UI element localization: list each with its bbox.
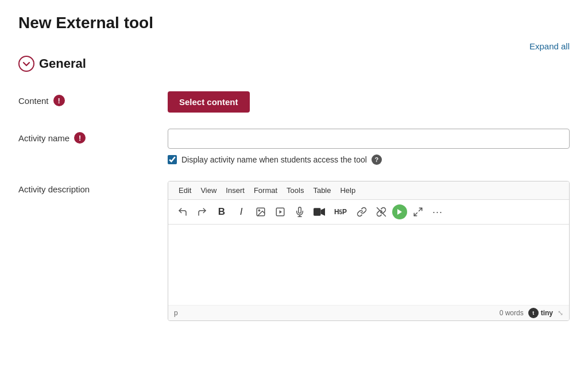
editor-toolbar: B I — [168, 200, 569, 225]
section-header: General — [18, 56, 570, 72]
editor-menu-tools[interactable]: Tools — [283, 185, 307, 196]
content-form-row: Content ! Select content — [18, 83, 570, 121]
insert-link-button[interactable] — [353, 203, 370, 221]
insert-image-button[interactable] — [252, 203, 269, 221]
svg-line-10 — [419, 208, 422, 211]
editor-resize-handle[interactable]: ⤡ — [558, 309, 563, 317]
undo-button[interactable] — [174, 203, 191, 221]
expand-all-button[interactable]: Expand all — [529, 41, 570, 51]
editor-menu-edit[interactable]: Edit — [175, 185, 195, 196]
activity-description-form-row: Activity description Edit View Insert Fo… — [18, 173, 570, 329]
media-plugin-button[interactable] — [392, 204, 407, 219]
tiny-logo-icon: t — [528, 308, 539, 318]
editor-menu-insert[interactable]: Insert — [222, 185, 248, 196]
editor-menu-view[interactable]: View — [197, 185, 220, 196]
activity-name-form-row: Activity name ! Display activity name wh… — [18, 121, 570, 173]
editor-menubar: Edit View Insert Format Tools Table Help — [168, 181, 569, 200]
editor-content-area[interactable] — [168, 225, 569, 305]
svg-point-1 — [258, 210, 260, 211]
activity-name-input[interactable] — [168, 129, 570, 149]
tiny-logo-label: tiny — [541, 309, 553, 317]
more-toolbar-button[interactable]: ··· — [429, 203, 446, 221]
activity-name-error-icon: ! — [74, 132, 86, 144]
italic-button[interactable]: I — [233, 203, 250, 221]
help-icon[interactable]: ? — [372, 154, 382, 165]
editor-menu-format[interactable]: Format — [250, 185, 281, 196]
content-error-icon: ! — [53, 95, 65, 106]
display-activity-name-label: Display activity name when students acce… — [181, 155, 367, 164]
svg-rect-6 — [314, 208, 321, 215]
rich-text-editor: Edit View Insert Format Tools Table Help — [168, 181, 570, 321]
editor-menu-table[interactable]: Table — [310, 185, 334, 196]
select-content-button[interactable]: Select content — [168, 91, 250, 113]
tiny-logo: t tiny — [528, 308, 553, 318]
svg-marker-7 — [321, 208, 326, 215]
svg-marker-9 — [397, 209, 402, 215]
section-collapse-toggle[interactable] — [18, 56, 34, 72]
bold-button[interactable]: B — [213, 203, 230, 221]
editor-menu-help[interactable]: Help — [336, 185, 359, 196]
svg-marker-3 — [280, 210, 283, 214]
remove-link-button[interactable] — [373, 203, 390, 221]
editor-statusbar: p 0 words t tiny ⤡ — [168, 305, 569, 320]
insert-h5p-button[interactable]: H5P — [330, 203, 351, 221]
activity-name-label: Activity name — [18, 133, 69, 143]
insert-media-button[interactable] — [272, 203, 289, 221]
editor-path-label: p — [174, 309, 178, 317]
activity-description-label: Activity description — [18, 184, 90, 194]
fullscreen-button[interactable] — [409, 203, 427, 221]
display-activity-name-checkbox[interactable] — [168, 155, 177, 164]
insert-video-button[interactable] — [311, 203, 328, 221]
content-label: Content — [18, 96, 49, 106]
editor-word-count: 0 words — [500, 309, 524, 317]
insert-audio-button[interactable] — [291, 203, 308, 221]
svg-line-11 — [414, 213, 417, 216]
page-title: New External tool — [18, 14, 570, 32]
redo-button[interactable] — [194, 203, 211, 221]
section-title: General — [39, 56, 86, 71]
